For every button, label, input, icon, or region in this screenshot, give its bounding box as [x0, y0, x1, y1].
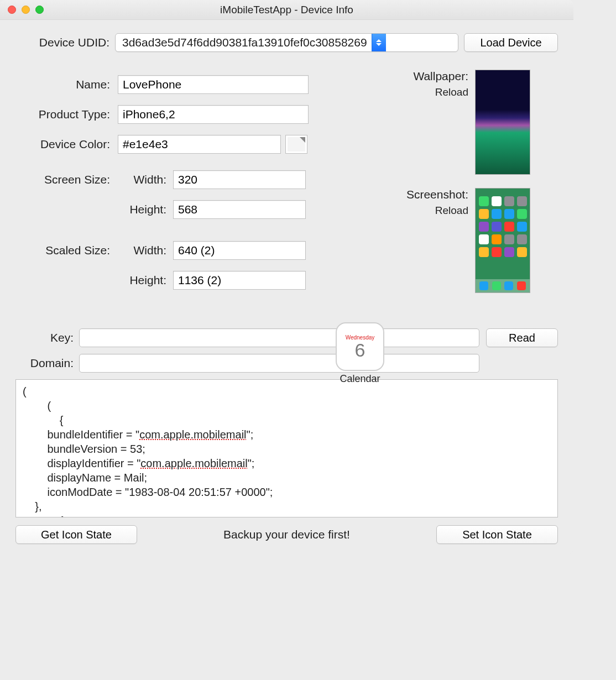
udid-label: Device UDID: — [15, 36, 109, 49]
domain-label: Domain: — [15, 357, 79, 370]
key-field[interactable] — [79, 328, 479, 347]
read-button[interactable]: Read — [486, 328, 558, 347]
load-device-button[interactable]: Load Device — [464, 33, 558, 52]
kv-block: Key: Read Domain: ( ( { bundleIdentifier… — [15, 328, 558, 517]
content: Device UDID: 3d6ad3e5d74f6dd90381fa13910… — [0, 20, 573, 554]
wallpaper-label: Wallpaper: — [392, 70, 468, 83]
scaled-height-label: Height: — [118, 274, 173, 287]
popup-arrows-icon — [372, 34, 386, 51]
window: iMobileTestApp - Device Info Device UDID… — [0, 0, 573, 554]
titlebar: iMobileTestApp - Device Info — [0, 0, 573, 20]
wallpaper-reload-button[interactable]: Reload — [392, 86, 468, 98]
udid-row: Device UDID: 3d6ad3e5d74f6dd90381fa13910… — [15, 33, 558, 52]
set-icon-state-button[interactable]: Set Icon State — [436, 525, 558, 544]
scaled-width-label: Width: — [118, 244, 173, 257]
main-area: Name: Product Type: Device Color: Screen… — [15, 70, 558, 306]
scaled-width-field[interactable] — [173, 241, 306, 260]
device-color-label: Device Color: — [15, 138, 118, 151]
window-title: iMobileTestApp - Device Info — [0, 4, 573, 16]
screen-width-label: Width: — [118, 173, 173, 186]
app-icon-block: Wednesday 6 Calendar — [332, 322, 388, 385]
name-field[interactable] — [118, 75, 309, 94]
udid-value: 3d6ad3e5d74f6dd90381fa13910fef0c30858269 — [116, 36, 372, 49]
key-label: Key: — [15, 331, 79, 344]
color-well[interactable] — [285, 135, 307, 154]
footer: Get Icon State Backup your device first!… — [15, 525, 558, 544]
screenshot-thumbnail — [475, 188, 530, 293]
device-color-field[interactable] — [118, 135, 281, 154]
calendar-date: 6 — [355, 341, 366, 359]
footer-message: Backup your device first! — [223, 528, 350, 541]
product-type-field[interactable] — [118, 105, 309, 124]
right-column: Wallpaper: Reload Screenshot: Reload — [392, 70, 558, 306]
screen-size-label: Screen Size: — [15, 173, 118, 186]
domain-field[interactable] — [79, 354, 479, 373]
udid-popup[interactable]: 3d6ad3e5d74f6dd90381fa13910fef0c30858269 — [115, 33, 458, 52]
product-type-label: Product Type: — [15, 108, 118, 121]
get-icon-state-button[interactable]: Get Icon State — [15, 525, 137, 544]
calendar-icon[interactable]: Wednesday 6 — [336, 322, 384, 371]
name-label: Name: — [15, 78, 118, 91]
screen-height-field[interactable] — [173, 200, 306, 219]
result-textarea[interactable]: ( ( { bundleIdentifier = "com.apple.mobi… — [15, 379, 558, 517]
wallpaper-thumbnail — [475, 70, 530, 175]
screenshot-label: Screenshot: — [392, 188, 468, 201]
calendar-label: Calendar — [332, 373, 388, 385]
screen-height-label: Height: — [118, 203, 173, 216]
scaled-height-field[interactable] — [173, 271, 306, 290]
left-column: Name: Product Type: Device Color: Screen… — [15, 70, 381, 306]
screenshot-reload-button[interactable]: Reload — [392, 205, 468, 217]
screen-width-field[interactable] — [173, 170, 306, 189]
scaled-size-label: Scaled Size: — [15, 244, 118, 257]
